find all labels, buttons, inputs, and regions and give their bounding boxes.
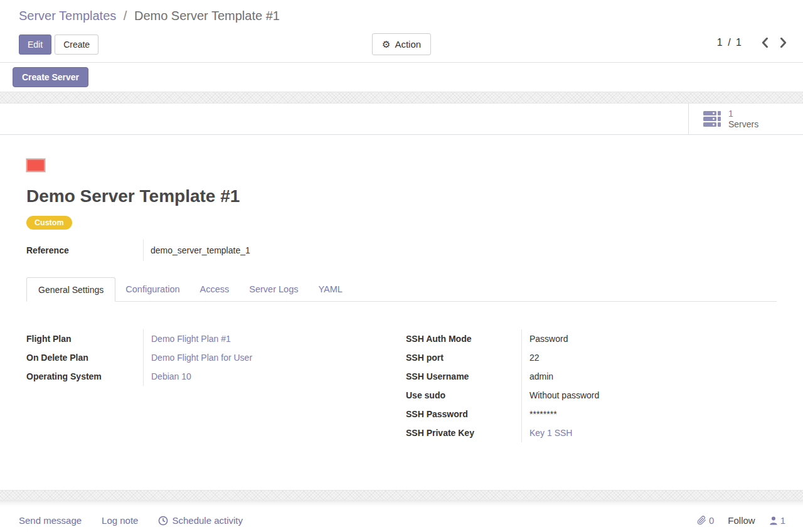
flight-plan-value-link[interactable]: Demo Flight Plan #1 bbox=[151, 329, 397, 348]
breadcrumb: Server Templates / Demo Server Template … bbox=[0, 0, 803, 23]
tab-configuration[interactable]: Configuration bbox=[115, 277, 189, 302]
tab-general-settings[interactable]: General Settings bbox=[26, 277, 115, 302]
log-note-button[interactable]: Log note bbox=[102, 515, 138, 526]
clock-icon bbox=[158, 516, 168, 526]
attachments-button[interactable]: 0 bbox=[697, 515, 714, 526]
plans-group-labels: Flight Plan On Delete Plan Operating Sys… bbox=[26, 329, 143, 386]
template-color-thumbnail[interactable] bbox=[26, 159, 45, 172]
custom-badge: Custom bbox=[26, 216, 72, 230]
followers-count: 1 bbox=[780, 515, 785, 526]
ssh-group-labels: SSH Auth Mode SSH port SSH Username Use … bbox=[406, 329, 521, 442]
ssh-private-key-label: SSH Private Key bbox=[406, 423, 521, 442]
plans-group-values: Demo Flight Plan #1 Demo Flight Plan for… bbox=[143, 329, 397, 386]
schedule-activity-label: Schedule activity bbox=[172, 515, 243, 526]
followers-button[interactable]: 1 bbox=[769, 515, 785, 526]
pager-previous-button[interactable] bbox=[760, 36, 770, 49]
flight-plan-label: Flight Plan bbox=[26, 329, 143, 348]
send-message-button[interactable]: Send message bbox=[19, 515, 82, 526]
ssh-port-value: 22 bbox=[529, 348, 777, 367]
chevron-right-icon bbox=[780, 38, 787, 48]
control-panel-buttons: Edit Create bbox=[19, 35, 98, 55]
ssh-group: SSH Auth Mode SSH port SSH Username Use … bbox=[406, 329, 777, 442]
ssh-username-label: SSH Username bbox=[406, 367, 521, 386]
schedule-activity-button[interactable]: Schedule activity bbox=[158, 515, 243, 526]
plans-group: Flight Plan On Delete Plan Operating Sys… bbox=[26, 329, 397, 442]
ssh-group-values: Password 22 admin Without password *****… bbox=[521, 329, 777, 442]
ssh-port-label: SSH port bbox=[406, 348, 521, 367]
ssh-username-value: admin bbox=[529, 367, 777, 386]
tab-yaml[interactable]: YAML bbox=[308, 277, 352, 302]
on-delete-plan-label: On Delete Plan bbox=[26, 348, 143, 367]
server-icon bbox=[703, 110, 721, 127]
notebook-tabs: General Settings Configuration Access Se… bbox=[26, 277, 777, 302]
header-button-bar: Create Server bbox=[0, 63, 803, 92]
sheet-body: Demo Server Template #1 Custom Reference… bbox=[0, 159, 803, 442]
ssh-private-key-value-link[interactable]: Key 1 SSH bbox=[529, 423, 777, 442]
field-groups: Flight Plan On Delete Plan Operating Sys… bbox=[26, 329, 777, 442]
content-area: 1 Servers Demo Server Template #1 Custom… bbox=[0, 92, 803, 500]
chatter-bar: Send message Log note Schedule activity … bbox=[0, 500, 803, 532]
edit-button[interactable]: Edit bbox=[19, 35, 51, 55]
chatter-meta: 0 Follow 1 bbox=[697, 515, 785, 526]
gear-icon: ⚙ bbox=[382, 40, 390, 49]
use-sudo-label: Use sudo bbox=[406, 386, 521, 405]
ssh-password-value: ******** bbox=[529, 405, 777, 423]
pager-next-button[interactable] bbox=[779, 36, 788, 49]
record-title: Demo Server Template #1 bbox=[26, 185, 777, 208]
chatter-actions: Send message Log note Schedule activity bbox=[19, 515, 243, 526]
control-panel: Server Templates / Demo Server Template … bbox=[0, 0, 803, 63]
breadcrumb-current: Demo Server Template #1 bbox=[134, 9, 280, 23]
person-icon bbox=[769, 516, 778, 525]
servers-count: 1 bbox=[728, 109, 758, 119]
servers-stat-button[interactable]: 1 Servers bbox=[688, 104, 803, 134]
create-server-button[interactable]: Create Server bbox=[13, 67, 88, 87]
ssh-auth-mode-label: SSH Auth Mode bbox=[406, 329, 521, 348]
action-button-label: Action bbox=[395, 39, 421, 50]
pager-counter: 1 / 1 bbox=[717, 37, 743, 48]
ssh-auth-mode-value: Password bbox=[529, 329, 777, 348]
reference-value: demo_server_template_1 bbox=[143, 240, 250, 261]
reference-field-row: Reference demo_server_template_1 bbox=[26, 240, 777, 261]
paperclip-icon bbox=[697, 516, 706, 525]
operating-system-label: Operating System bbox=[26, 367, 143, 386]
chevron-left-icon bbox=[762, 38, 768, 48]
action-button[interactable]: ⚙ Action bbox=[372, 33, 431, 55]
servers-label: Servers bbox=[728, 119, 758, 130]
attachments-count: 0 bbox=[709, 515, 714, 526]
breadcrumb-separator: / bbox=[124, 9, 127, 23]
on-delete-plan-value-link[interactable]: Demo Flight Plan for User bbox=[151, 348, 397, 367]
pager: 1 / 1 bbox=[717, 36, 788, 49]
breadcrumb-parent-link[interactable]: Server Templates bbox=[19, 9, 116, 23]
ssh-password-label: SSH Password bbox=[406, 405, 521, 423]
reference-label: Reference bbox=[26, 240, 143, 261]
operating-system-value-link[interactable]: Debian 10 bbox=[151, 367, 397, 386]
tab-server-logs[interactable]: Server Logs bbox=[239, 277, 308, 302]
form-sheet: 1 Servers Demo Server Template #1 Custom… bbox=[0, 103, 803, 491]
button-box: 1 Servers bbox=[0, 104, 803, 135]
follow-button[interactable]: Follow bbox=[728, 515, 755, 526]
use-sudo-value: Without password bbox=[529, 386, 777, 405]
tab-access[interactable]: Access bbox=[190, 277, 240, 302]
servers-stat-text: 1 Servers bbox=[728, 109, 758, 130]
create-button[interactable]: Create bbox=[55, 35, 98, 55]
